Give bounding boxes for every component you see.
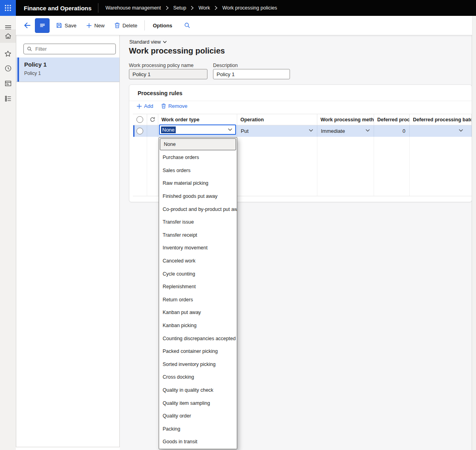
arrow-left-icon [23, 22, 32, 29]
delete-button[interactable]: Delete [113, 20, 139, 31]
save-button[interactable]: Save [54, 20, 78, 31]
dropdown-option[interactable]: Cross docking [159, 371, 237, 384]
remove-row-button[interactable]: Remove [161, 103, 187, 109]
list-lines-icon [39, 23, 46, 28]
dropdown-option[interactable]: Counting discrepancies accepted [159, 332, 237, 345]
deferred-processing-cell[interactable]: 0 [374, 125, 410, 137]
dropdown-option[interactable]: Finished goods put away [159, 190, 237, 203]
work-order-type-combobox[interactable]: None [159, 124, 236, 135]
dropdown-option[interactable]: Sales orders [159, 164, 237, 177]
dropdown-option[interactable]: Replenishment [159, 280, 237, 293]
refresh-cell [147, 114, 158, 125]
chevron-down-icon[interactable] [365, 129, 370, 132]
plus-icon [136, 103, 142, 109]
remove-label: Remove [168, 103, 187, 109]
dropdown-option[interactable]: Raw material picking [159, 177, 237, 190]
dropdown-option[interactable]: Cycle counting [159, 267, 237, 280]
waffle-icon [4, 4, 12, 11]
work-processing-method-cell[interactable]: Immediate [317, 125, 374, 137]
breadcrumb-work-processing-policies[interactable]: Work processing policies [222, 5, 277, 11]
chevron-right-icon [190, 6, 194, 10]
section-divider [129, 101, 472, 101]
breadcrumb-warehouse-management[interactable]: Warehouse management [106, 5, 161, 11]
deferred-processing-batch-cell[interactable] [410, 125, 472, 137]
dropdown-option[interactable]: Co-product and by-product put away [159, 203, 237, 216]
column-header-work-order-type[interactable]: Work order type [158, 114, 237, 125]
right-panel-edge[interactable] [472, 16, 476, 450]
view-selector[interactable]: Standard view [129, 39, 167, 45]
show-list-toggle-button[interactable] [35, 18, 50, 33]
policy-name-field[interactable] [129, 69, 207, 79]
view-selector-label: Standard view [129, 39, 161, 45]
select-all-checkbox[interactable] [136, 116, 143, 123]
nav-rail [0, 16, 16, 450]
section-title: Processing rules [138, 90, 182, 96]
dropdown-option[interactable]: Sorted inventory picking [159, 358, 237, 371]
nav-home-button[interactable] [0, 29, 16, 43]
nav-workspaces-button[interactable] [0, 77, 16, 90]
description-label: Description [213, 63, 238, 68]
grid-row-selected[interactable]: None Put Immediate 0 [133, 125, 472, 137]
new-button[interactable]: New [84, 20, 106, 31]
filter-input[interactable] [35, 46, 115, 52]
back-button[interactable] [23, 22, 32, 29]
chevron-down-icon[interactable] [228, 128, 232, 131]
nav-recent-button[interactable] [0, 61, 16, 75]
command-bar: Save New Delete Options [16, 16, 472, 35]
dropdown-option[interactable]: Return orders [159, 293, 237, 306]
dropdown-option[interactable]: Packing [159, 422, 237, 435]
dropdown-option[interactable]: Goods in transit [159, 435, 237, 448]
dropdown-option[interactable]: Quality in quality check [159, 384, 237, 397]
home-icon [5, 33, 12, 39]
column-header-deferred-processing-batch[interactable]: Deferred processing batc... [410, 114, 472, 125]
breadcrumb-work[interactable]: Work [198, 5, 210, 11]
list-item-subtitle: Policy 1 [24, 71, 41, 76]
breadcrumb-setup[interactable]: Setup [173, 5, 186, 11]
dropdown-option[interactable]: Canceled work [159, 255, 237, 268]
dropdown-option[interactable]: Quality order [159, 410, 237, 423]
window-icon [5, 80, 12, 86]
policy-name-label: Work processing policy name [129, 63, 194, 68]
list-item-title: Policy 1 [24, 61, 47, 68]
chevron-down-icon [163, 40, 167, 44]
operation-cell[interactable]: Put [237, 125, 317, 137]
dropdown-option[interactable]: Kanban put away [159, 306, 237, 319]
chevron-right-icon [165, 6, 169, 10]
description-field[interactable] [213, 69, 290, 79]
grid-header-row: Work order type Operation Work processin… [133, 114, 472, 125]
options-button[interactable]: Options [150, 20, 175, 31]
list-item-policy-1[interactable]: Policy 1 Policy 1 [16, 57, 119, 82]
dropdown-option[interactable]: Transfer receipt [159, 229, 237, 242]
column-header-deferred-processing[interactable]: Deferred proce... [374, 114, 410, 125]
dropdown-option[interactable]: Inventory movement [159, 241, 237, 255]
column-header-work-processing-method[interactable]: Work processing method [317, 114, 374, 125]
work-order-type-dropdown: None Purchase orders Sales orders Raw ma… [159, 137, 237, 449]
chevron-down-icon[interactable] [459, 129, 463, 132]
trash-icon [161, 103, 166, 109]
options-label: Options [153, 23, 172, 29]
app-launcher-button[interactable] [0, 0, 16, 16]
plus-icon [86, 23, 92, 29]
add-label: Add [144, 103, 153, 109]
list-filter[interactable] [23, 44, 116, 54]
dropdown-option[interactable]: Packed container picking [159, 345, 237, 358]
column-header-operation[interactable]: Operation [237, 114, 317, 125]
dropdown-option[interactable]: Kanban picking [159, 319, 237, 332]
nav-favorites-button[interactable] [0, 47, 16, 60]
row-selector-cell [133, 125, 147, 137]
dropdown-option[interactable]: Purchase orders [159, 151, 237, 164]
breadcrumb: Warehouse management Setup Work Work pro… [106, 5, 277, 11]
app-title[interactable]: Finance and Operations [24, 5, 92, 11]
refresh-icon[interactable] [150, 117, 155, 123]
row-selector-checkbox[interactable] [136, 128, 143, 134]
command-search-button[interactable] [184, 22, 190, 29]
dropdown-option[interactable]: Quality item sampling [159, 396, 237, 410]
add-row-button[interactable]: Add [136, 103, 153, 109]
record-list-panel: Policy 1 Policy 1 [16, 35, 120, 447]
clock-icon [5, 65, 12, 72]
nav-modules-button[interactable] [0, 92, 16, 105]
dropdown-option[interactable]: Transfer issue [159, 216, 237, 229]
chevron-down-icon[interactable] [309, 129, 313, 132]
search-icon [184, 22, 190, 29]
dropdown-option-none[interactable]: None [160, 138, 236, 150]
